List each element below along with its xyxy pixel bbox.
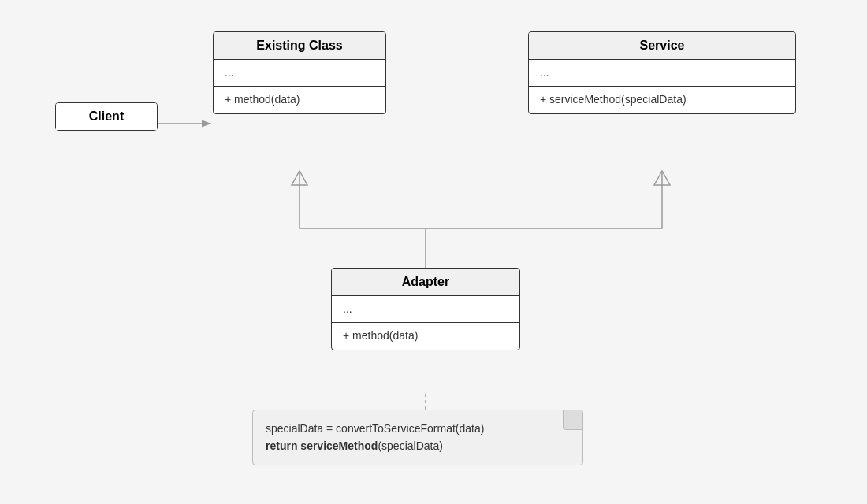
service-section1: ... [529, 60, 795, 87]
code-line2: return serviceMethod(specialData) [266, 437, 570, 454]
client-title: Client [56, 103, 157, 130]
existing-class-section1: ... [214, 60, 385, 87]
existing-class-box: Existing Class ... + method(data) [213, 32, 386, 114]
svg-marker-2 [292, 171, 307, 185]
adapter-method: + method(data) [332, 323, 519, 350]
adapter-section1: ... [332, 296, 519, 323]
code-line1: specialData = convertToServiceFormat(dat… [266, 420, 570, 437]
adapter-box: Adapter ... + method(data) [331, 268, 520, 350]
svg-marker-3 [654, 171, 670, 185]
adapter-title: Adapter [332, 269, 519, 296]
client-box: Client [55, 102, 158, 131]
service-title: Service [529, 32, 795, 60]
service-method: + serviceMethod(specialData) [529, 87, 795, 113]
diagram-container: Client Existing Class ... + method(data)… [39, 16, 828, 488]
existing-class-method: + method(data) [214, 87, 385, 113]
existing-class-title: Existing Class [214, 32, 385, 60]
service-box: Service ... + serviceMethod(specialData) [528, 32, 796, 114]
code-box: specialData = convertToServiceFormat(dat… [252, 410, 583, 465]
